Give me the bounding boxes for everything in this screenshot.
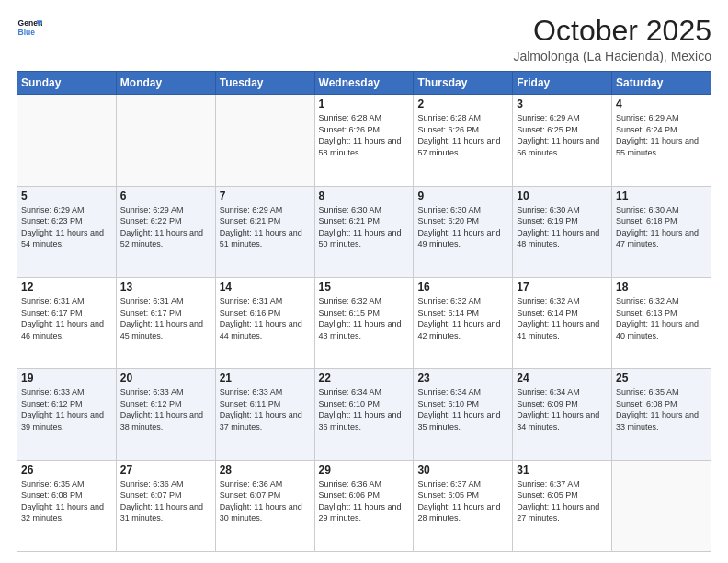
table-row: 2Sunrise: 6:28 AMSunset: 6:26 PMDaylight… [414,95,513,186]
day-info: Sunrise: 6:31 AMSunset: 6:16 PMDaylight:… [220,295,311,341]
day-info: Sunrise: 6:29 AMSunset: 6:21 PMDaylight:… [220,204,311,250]
col-tuesday: Tuesday [215,72,314,95]
table-row: 23Sunrise: 6:34 AMSunset: 6:10 PMDayligh… [414,369,513,460]
table-row: 16Sunrise: 6:32 AMSunset: 6:14 PMDayligh… [414,277,513,368]
calendar-week-row: 1Sunrise: 6:28 AMSunset: 6:26 PMDaylight… [17,95,711,186]
table-row: 12Sunrise: 6:31 AMSunset: 6:17 PMDayligh… [17,277,117,368]
table-row: 22Sunrise: 6:34 AMSunset: 6:10 PMDayligh… [314,369,414,460]
day-number: 20 [120,372,211,385]
day-info: Sunrise: 6:30 AMSunset: 6:20 PMDaylight:… [417,204,508,250]
day-number: 27 [120,464,211,477]
day-number: 13 [120,281,211,293]
calendar-week-row: 19Sunrise: 6:33 AMSunset: 6:12 PMDayligh… [17,369,711,460]
calendar-header-row: Sunday Monday Tuesday Wednesday Thursday… [17,72,711,95]
day-number: 17 [517,281,608,293]
day-number: 22 [319,372,410,385]
table-row: 31Sunrise: 6:37 AMSunset: 6:05 PMDayligh… [513,460,612,551]
col-sunday: Sunday [17,72,117,95]
logo: General Blue [17,15,42,40]
day-number: 10 [517,190,608,202]
day-number: 5 [21,190,112,202]
day-info: Sunrise: 6:28 AMSunset: 6:26 PMDaylight:… [417,112,508,158]
day-number: 4 [616,98,707,110]
day-number: 19 [21,372,112,385]
page: General Blue October 2025 Jalmolonga (La… [0,0,728,563]
day-info: Sunrise: 6:29 AMSunset: 6:25 PMDaylight:… [517,112,608,158]
day-number: 26 [21,464,112,477]
day-info: Sunrise: 6:29 AMSunset: 6:22 PMDaylight:… [120,204,211,250]
calendar-week-row: 26Sunrise: 6:35 AMSunset: 6:08 PMDayligh… [17,460,711,551]
table-row: 26Sunrise: 6:35 AMSunset: 6:08 PMDayligh… [17,460,117,551]
day-number: 30 [417,464,508,477]
day-info: Sunrise: 6:32 AMSunset: 6:15 PMDaylight:… [319,295,410,341]
day-number: 16 [417,281,508,293]
day-info: Sunrise: 6:34 AMSunset: 6:09 PMDaylight:… [517,386,608,432]
day-info: Sunrise: 6:36 AMSunset: 6:07 PMDaylight:… [220,478,311,524]
day-info: Sunrise: 6:33 AMSunset: 6:12 PMDaylight:… [120,386,211,432]
table-row: 30Sunrise: 6:37 AMSunset: 6:05 PMDayligh… [414,460,513,551]
day-number: 12 [21,281,112,293]
day-info: Sunrise: 6:34 AMSunset: 6:10 PMDaylight:… [417,386,508,432]
table-row: 27Sunrise: 6:36 AMSunset: 6:07 PMDayligh… [116,460,215,551]
day-info: Sunrise: 6:35 AMSunset: 6:08 PMDaylight:… [21,478,112,524]
day-info: Sunrise: 6:36 AMSunset: 6:07 PMDaylight:… [120,478,211,524]
logo-icon: General Blue [17,15,42,40]
table-row: 21Sunrise: 6:33 AMSunset: 6:11 PMDayligh… [215,369,314,460]
day-number: 7 [220,190,311,202]
header: General Blue October 2025 Jalmolonga (La… [17,15,711,63]
day-info: Sunrise: 6:34 AMSunset: 6:10 PMDaylight:… [319,386,410,432]
day-number: 9 [417,190,508,202]
day-number: 6 [120,190,211,202]
table-row: 14Sunrise: 6:31 AMSunset: 6:16 PMDayligh… [215,277,314,368]
day-info: Sunrise: 6:30 AMSunset: 6:21 PMDaylight:… [319,204,410,250]
day-number: 8 [319,190,410,202]
day-info: Sunrise: 6:28 AMSunset: 6:26 PMDaylight:… [319,112,410,158]
day-info: Sunrise: 6:31 AMSunset: 6:17 PMDaylight:… [120,295,211,341]
col-wednesday: Wednesday [314,72,414,95]
day-number: 29 [319,464,410,477]
table-row: 19Sunrise: 6:33 AMSunset: 6:12 PMDayligh… [17,369,117,460]
svg-text:Blue: Blue [18,28,36,37]
col-friday: Friday [513,72,612,95]
day-number: 25 [616,372,707,385]
day-info: Sunrise: 6:32 AMSunset: 6:13 PMDaylight:… [616,295,707,341]
calendar-week-row: 12Sunrise: 6:31 AMSunset: 6:17 PMDayligh… [17,277,711,368]
day-info: Sunrise: 6:37 AMSunset: 6:05 PMDaylight:… [517,478,608,524]
table-row: 6Sunrise: 6:29 AMSunset: 6:22 PMDaylight… [116,186,215,277]
day-info: Sunrise: 6:37 AMSunset: 6:05 PMDaylight:… [417,478,508,524]
day-number: 15 [319,281,410,293]
day-info: Sunrise: 6:36 AMSunset: 6:06 PMDaylight:… [319,478,410,524]
day-info: Sunrise: 6:32 AMSunset: 6:14 PMDaylight:… [417,295,508,341]
day-number: 3 [517,98,608,110]
table-row: 25Sunrise: 6:35 AMSunset: 6:08 PMDayligh… [612,369,711,460]
day-info: Sunrise: 6:29 AMSunset: 6:23 PMDaylight:… [21,204,112,250]
day-info: Sunrise: 6:35 AMSunset: 6:08 PMDaylight:… [616,386,707,432]
table-row [17,95,117,186]
table-row: 10Sunrise: 6:30 AMSunset: 6:19 PMDayligh… [513,186,612,277]
location-title: Jalmolonga (La Hacienda), Mexico [513,49,711,63]
table-row: 7Sunrise: 6:29 AMSunset: 6:21 PMDaylight… [215,186,314,277]
day-number: 11 [616,190,707,202]
day-number: 24 [517,372,608,385]
day-info: Sunrise: 6:32 AMSunset: 6:14 PMDaylight:… [517,295,608,341]
table-row: 9Sunrise: 6:30 AMSunset: 6:20 PMDaylight… [414,186,513,277]
table-row [215,95,314,186]
table-row: 4Sunrise: 6:29 AMSunset: 6:24 PMDaylight… [612,95,711,186]
table-row: 18Sunrise: 6:32 AMSunset: 6:13 PMDayligh… [612,277,711,368]
day-number: 21 [220,372,311,385]
table-row: 28Sunrise: 6:36 AMSunset: 6:07 PMDayligh… [215,460,314,551]
table-row: 1Sunrise: 6:28 AMSunset: 6:26 PMDaylight… [314,95,414,186]
day-info: Sunrise: 6:29 AMSunset: 6:24 PMDaylight:… [616,112,707,158]
day-number: 18 [616,281,707,293]
table-row: 29Sunrise: 6:36 AMSunset: 6:06 PMDayligh… [314,460,414,551]
day-info: Sunrise: 6:30 AMSunset: 6:18 PMDaylight:… [616,204,707,250]
table-row: 17Sunrise: 6:32 AMSunset: 6:14 PMDayligh… [513,277,612,368]
day-number: 23 [417,372,508,385]
day-info: Sunrise: 6:33 AMSunset: 6:12 PMDaylight:… [21,386,112,432]
col-thursday: Thursday [414,72,513,95]
table-row: 5Sunrise: 6:29 AMSunset: 6:23 PMDaylight… [17,186,117,277]
table-row: 11Sunrise: 6:30 AMSunset: 6:18 PMDayligh… [612,186,711,277]
table-row: 20Sunrise: 6:33 AMSunset: 6:12 PMDayligh… [116,369,215,460]
day-number: 31 [517,464,608,477]
table-row: 15Sunrise: 6:32 AMSunset: 6:15 PMDayligh… [314,277,414,368]
